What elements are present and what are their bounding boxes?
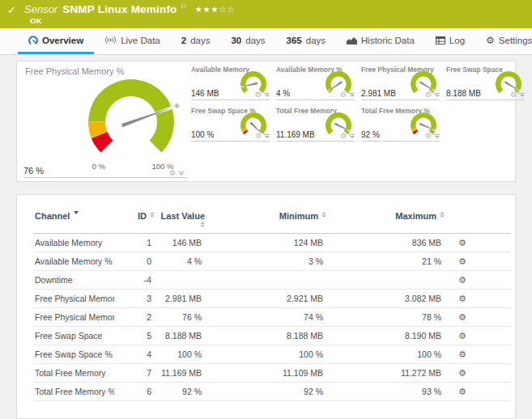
priority-stars[interactable]: ★★★☆☆	[195, 5, 236, 14]
channel-last-value: 76 %	[155, 308, 205, 327]
main-gauge-value: 76 %	[23, 166, 44, 176]
channel-settings-icon[interactable]: ⚙	[445, 327, 480, 345]
tab-2-days[interactable]: 2 days	[171, 28, 221, 54]
channel-settings-icon[interactable]: ⚙	[445, 308, 480, 327]
channel-maximum: 21 %	[326, 252, 445, 271]
channel-last-value: 8.188 MB	[155, 327, 205, 345]
channel-last-value: 92 %	[155, 383, 205, 401]
small-gauge-value: 8.188 MB	[446, 89, 481, 98]
channel-maximum: 8.190 MB	[326, 327, 445, 345]
star-filled-icon[interactable]: ★	[211, 5, 219, 14]
column-header-minimum[interactable]: Minimum	[205, 210, 326, 234]
status-ok-icon: ✓	[7, 4, 16, 16]
channel-maximum: 11.272 MB	[326, 364, 445, 383]
channel-name: Available Memory %	[33, 252, 114, 271]
channel-maximum: 100 %	[326, 345, 445, 364]
table-row: Available Memory %04 %3 %21 %⚙	[33, 252, 511, 271]
gauge-settings-icon[interactable]: ⚙	[340, 133, 347, 140]
channel-id: 6	[114, 383, 155, 401]
channel-id: 3	[114, 290, 155, 308]
tab-historic-data[interactable]: Historic Data	[336, 28, 425, 54]
channel-settings-icon[interactable]: ⚙	[445, 271, 480, 290]
gauge-pin-icon[interactable]	[349, 93, 355, 98]
tab-label: days	[306, 36, 326, 45]
channel-maximum: 93 %	[326, 383, 445, 401]
gauge-pin-icon[interactable]	[519, 93, 525, 98]
channel-minimum: 11.109 MB	[205, 364, 326, 383]
channel-minimum: 124 MB	[205, 234, 326, 252]
gauge-pin-icon[interactable]	[264, 93, 270, 98]
gauge-settings-icon[interactable]: ⚙	[169, 170, 176, 177]
priority-flag-icon[interactable]: ⚐	[181, 2, 187, 11]
channel-settings-icon[interactable]: ⚙	[445, 383, 480, 401]
gauge-settings-icon[interactable]: ⚙	[425, 91, 432, 99]
row-spacer	[480, 383, 511, 401]
star-filled-icon[interactable]: ★	[195, 5, 203, 14]
gauge-pin-icon[interactable]	[434, 93, 440, 98]
star-filled-icon[interactable]: ★	[203, 5, 211, 14]
column-header-channel[interactable]: Channel	[33, 210, 114, 234]
channel-name: Available Memory	[33, 234, 114, 252]
sort-icon	[440, 212, 445, 218]
row-spacer	[480, 252, 511, 271]
tab-log[interactable]: Log	[425, 28, 475, 54]
historic-data-icon	[347, 36, 357, 44]
channel-settings-icon[interactable]: ⚙	[445, 252, 480, 271]
sort-desc-icon	[74, 211, 79, 214]
row-spacer	[480, 290, 511, 308]
gauge-pin-icon[interactable]	[349, 134, 355, 139]
tab-overview[interactable]: Overview	[18, 28, 94, 54]
star-empty-icon[interactable]: ☆	[228, 5, 236, 14]
table-row: Free Swap Space %4100 %100 %100 %⚙	[33, 345, 511, 364]
channel-settings-icon[interactable]: ⚙	[445, 234, 480, 252]
gauge-settings-icon[interactable]: ⚙	[255, 91, 262, 99]
sort-icon	[200, 222, 205, 227]
overview-icon	[28, 36, 38, 45]
star-empty-icon[interactable]: ☆	[219, 5, 228, 14]
log-icon	[436, 36, 445, 44]
column-header-maximum[interactable]: Maximum	[326, 210, 445, 234]
column-header-id[interactable]: ID	[114, 210, 155, 234]
small-gauge-cell: Total Free Memory11.169 MB⚙	[276, 107, 355, 142]
gauge-settings-icon[interactable]: ⚙	[425, 133, 432, 140]
channel-name: Free Swap Space %	[33, 345, 114, 364]
small-gauge-value: 100 %	[191, 130, 214, 139]
column-header-last-value[interactable]: Last Value	[155, 210, 205, 234]
gauge-settings-icon[interactable]: ⚙	[510, 91, 517, 99]
settings-gear-icon: ⚙	[486, 36, 495, 45]
channel-name: Total Free Memory	[33, 364, 114, 383]
tab-365-days[interactable]: 365 days	[276, 28, 336, 54]
channel-id: 0	[114, 252, 155, 271]
channel-settings-icon[interactable]: ⚙	[445, 345, 480, 364]
channel-maximum: 3.082 MB	[326, 290, 445, 308]
table-row: Free Swap Space58.188 MB8.188 MB8.190 MB…	[33, 327, 511, 345]
channel-minimum	[205, 271, 326, 290]
column-header-spacer	[480, 210, 511, 234]
gauge-pin-icon[interactable]	[434, 134, 440, 139]
gauge-settings-icon[interactable]: ⚙	[255, 133, 262, 140]
gauge-pin-icon[interactable]	[264, 134, 270, 139]
table-row: Free Physical Memory32.981 MB2.921 MB3.0…	[33, 290, 511, 308]
channel-minimum: 8.188 MB	[205, 327, 326, 345]
tab-settings[interactable]: ⚙ Settings	[475, 28, 532, 54]
main-gauge	[66, 75, 196, 169]
divider	[23, 177, 187, 178]
small-gauge-value: 92 %	[361, 130, 380, 139]
channel-id: 2	[114, 308, 155, 327]
gauge-pin-icon[interactable]	[178, 171, 184, 176]
row-spacer	[480, 234, 511, 252]
small-gauge-value: 146 MB	[191, 89, 219, 98]
tab-30-days[interactable]: 30 days	[220, 28, 275, 54]
small-gauge-cell: Free Physical Memory2.981 MB⚙	[361, 66, 440, 100]
row-spacer	[480, 364, 511, 383]
gauge-settings-icon[interactable]: ⚙	[340, 91, 347, 99]
small-gauge-cell: Free Swap Space8.188 MB⚙	[446, 66, 525, 100]
tab-live-data[interactable]: Live Data	[94, 28, 171, 54]
channel-last-value: 11.169 MB	[155, 364, 205, 383]
channel-settings-icon[interactable]: ⚙	[445, 290, 480, 308]
row-spacer	[480, 271, 511, 290]
row-spacer	[480, 345, 511, 364]
tab-label: Live Data	[121, 36, 160, 45]
gauge-min-label: 0 %	[92, 162, 105, 171]
channel-settings-icon[interactable]: ⚙	[445, 364, 480, 383]
